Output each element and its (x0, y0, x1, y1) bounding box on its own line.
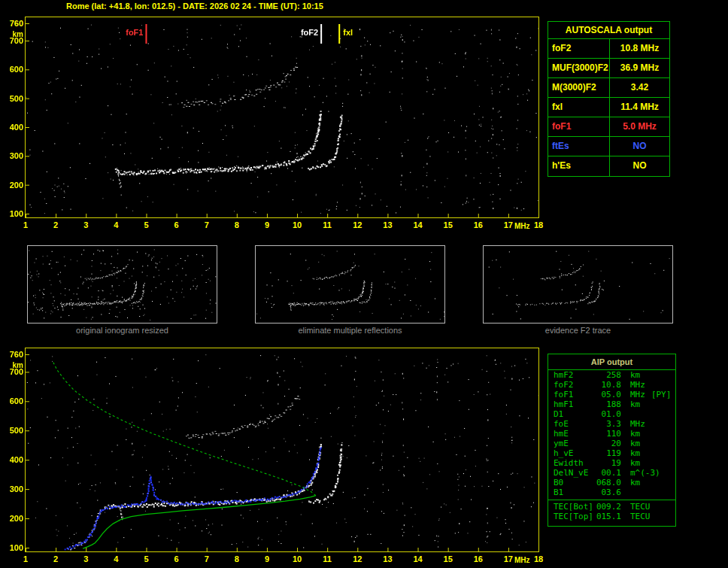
aip-extra (645, 380, 651, 390)
autoscala-row-MUF(3000)F2: MUF(3000)F236.9 MHz (548, 59, 669, 78)
x-axis-label-1: 1 (19, 220, 32, 229)
aip-val: 258 (596, 370, 621, 380)
caption-evidence-f2-trace: evidence F2 trace (483, 326, 673, 335)
aip-extra (640, 439, 646, 448)
aip-row-B1: B103.6 (548, 488, 675, 497)
aip-unit: km (621, 370, 640, 380)
aip-name: ymE (554, 439, 596, 448)
aip-row-ymE: ymE20km (548, 439, 675, 448)
parameter-name: fxl (548, 98, 610, 117)
x-axis-label-15: 15 (441, 554, 455, 563)
x-axis-label-13: 13 (381, 554, 394, 563)
y-axis-label-200: 200 (1, 181, 23, 190)
cleaned-ionogram-canvas (256, 246, 444, 323)
x-axis-label-17: 17 (502, 220, 515, 229)
aip-unit (621, 488, 630, 497)
aip-unit: km (621, 478, 640, 488)
parameter-name: h'Es (548, 156, 610, 176)
autoscala-row-M(3000)F2: M(3000)F23.42 (548, 78, 669, 98)
aip-row-foF1: foF105.0MHz[PY] (548, 390, 675, 399)
parameter-value: 3.42 (610, 78, 669, 97)
autoscala-parameter-rows: foF210.8 MHzMUF(3000)F236.9 MHzM(3000)F2… (548, 39, 669, 176)
autoscala-row-fxl: fxl11.4 MHz (548, 98, 669, 117)
aip-name: D1 (554, 409, 596, 419)
x-axis-label-14: 14 (411, 220, 425, 229)
aip-unit: MHz (621, 380, 645, 390)
aip-unit: m^(-3) (621, 468, 660, 478)
aip-row-B0: B0068.0km (548, 478, 675, 488)
y-axis-label-600: 600 (1, 65, 23, 74)
aip-val: 119 (596, 448, 621, 458)
aip-unit: MHz (621, 390, 645, 399)
x-axis-label-9: 9 (260, 554, 274, 563)
aip-val: 03.6 (596, 488, 621, 497)
aip-val: 188 (596, 399, 621, 409)
y-axis-label-300: 300 (1, 151, 23, 160)
aip-name: B1 (554, 488, 596, 497)
x-axis-label-4: 4 (109, 554, 123, 563)
caption-original-ionogram: original ionogram resized (27, 326, 217, 335)
aip-parameter-rows: hmF2258kmfoF210.8MHzfoF105.0MHz[PY]hmF11… (548, 370, 675, 497)
aip-name: B0 (554, 478, 596, 488)
y-axis-unit-label: km (1, 30, 23, 39)
y-axis-label-760: 760 (1, 19, 23, 28)
y-axis-label-100: 100 (1, 209, 23, 218)
x-axis-label-7: 7 (200, 220, 214, 229)
parameter-value: 11.4 MHz (610, 98, 669, 117)
aip-unit: km (621, 448, 640, 458)
x-axis-label-7: 7 (200, 554, 214, 563)
x-axis-label-6: 6 (170, 554, 184, 563)
aip-name: hmF2 (554, 370, 596, 380)
aip-extra (640, 458, 646, 468)
y-axis-label-100: 100 (1, 543, 23, 552)
aip-unit: TECU (621, 512, 651, 521)
aip-extra (630, 488, 636, 497)
aip-row-TEC[Bot]: TEC[Bot]009.2TECU (548, 502, 675, 512)
aip-val: 20 (596, 439, 621, 448)
aip-row-hmF2: hmF2258km (548, 370, 675, 380)
aip-row-Ewidth: Ewidth19km (548, 458, 675, 468)
parameter-name: MUF(3000)F2 (548, 59, 610, 77)
x-axis-label-4: 4 (109, 220, 123, 229)
x-axis-label-10: 10 (290, 554, 304, 563)
parameter-value: 10.8 MHz (610, 39, 669, 58)
y-axis-label-400: 400 (1, 455, 23, 464)
aip-unit: km (621, 399, 640, 409)
aip-row-foF2: foF210.8MHz (548, 380, 675, 390)
x-axis-label-9: 9 (260, 220, 274, 229)
aip-extra (640, 448, 646, 458)
critical-frequency-marker-fxl: fxl (343, 28, 353, 37)
autoscala-row-foF2: foF210.8 MHz (548, 39, 669, 59)
x-axis-label-11: 11 (320, 554, 334, 563)
f2-trace-canvas (484, 246, 672, 323)
aip-val: 068.0 (596, 478, 621, 488)
critical-frequency-marker-foF2: foF2 (288, 28, 318, 37)
x-axis-label-12: 12 (350, 220, 364, 229)
parameter-name: ftEs (548, 137, 610, 156)
ionogram-canvas (26, 17, 538, 217)
x-axis-label-10: 10 (290, 220, 304, 229)
aip-name: TEC[Top] (554, 512, 596, 521)
x-axis-label-3: 3 (79, 554, 93, 563)
aip-name: hmE (554, 429, 596, 439)
aip-name: DelN_vE (554, 468, 596, 478)
y-axis-label-500: 500 (1, 94, 23, 103)
aip-extra: [PY] (645, 390, 672, 399)
autoscala-window: Rome (lat: +41.8, lon: 012.5) - DATE: 20… (0, 0, 728, 568)
aip-name: foF1 (554, 390, 596, 399)
x-axis-label-16: 16 (472, 554, 485, 563)
x-axis-label-2: 2 (49, 220, 62, 229)
aip-row-DelN_vE: DelN_vE00.1m^(-3) (548, 468, 675, 478)
aip-unit: km (621, 429, 640, 439)
x-axis-label-11: 11 (320, 220, 334, 229)
aip-val: 10.8 (596, 380, 621, 390)
aip-row-hmE: hmE110km (548, 429, 675, 439)
aip-row-foE: foE3.3MHz (548, 419, 675, 429)
aip-extra (640, 399, 646, 409)
autoscala-output-panel: AUTOSCALA output foF210.8 MHzMUF(3000)F2… (548, 21, 670, 177)
aip-name: foE (554, 419, 596, 429)
parameter-name: M(3000)F2 (548, 78, 610, 97)
aip-val: 015.1 (596, 512, 621, 521)
parameter-name: foF2 (548, 39, 610, 58)
aip-unit: MHz (621, 419, 645, 429)
